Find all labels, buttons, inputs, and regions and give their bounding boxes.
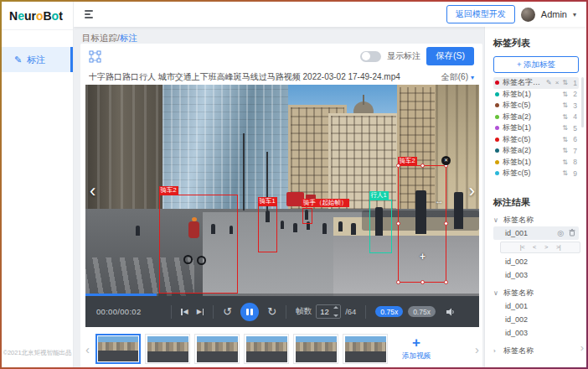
tag-color-dot (495, 81, 499, 85)
logo-letter: e (18, 9, 24, 23)
sort-icon[interactable]: ⇅ (562, 91, 568, 98)
speed-pill-active[interactable]: 0.75x (375, 306, 403, 317)
video-thumbnail[interactable] (293, 334, 338, 364)
logo-letter: ur (24, 9, 36, 23)
result-group-header[interactable]: ∨ 标签名称 (493, 288, 579, 299)
delete-box-icon[interactable]: ✕ (441, 156, 451, 165)
tag-row[interactable]: 标签c(5) ⇅ 9 (493, 168, 579, 179)
video-prev-chevron[interactable]: ‹ (90, 182, 95, 200)
bounding-box[interactable]: 骑车2 (159, 195, 238, 294)
pager-next-icon[interactable]: > (544, 243, 548, 251)
prev-frame-button[interactable]: ◀ (181, 308, 188, 315)
resize-handle[interactable] (444, 221, 448, 226)
tag-order: 1 (571, 79, 577, 87)
user-caret-down-icon[interactable]: ▾ (573, 11, 576, 18)
video-filter-dropdown[interactable]: 全部(6) ▾ (441, 71, 474, 83)
delete-tag-icon[interactable]: × (555, 79, 560, 86)
avatar[interactable] (521, 8, 535, 22)
sort-icon[interactable]: ⇅ (562, 169, 568, 177)
thumbs-prev-chevron[interactable]: ‹ (84, 342, 91, 356)
forward-10-icon[interactable]: ↻ (267, 305, 276, 318)
next-frame-button[interactable]: ▶ (197, 308, 204, 315)
panel-scroll-chevron[interactable]: › (580, 341, 584, 354)
tag-row[interactable]: 标签b(1) ⇅ 2 (493, 89, 579, 101)
resize-handle[interactable] (396, 221, 400, 226)
bounding-box[interactable] (302, 208, 312, 224)
divider (213, 305, 214, 319)
tag-row[interactable]: 标签c(5) ⇅ 3 (493, 100, 579, 112)
volume-icon[interactable] (446, 307, 456, 317)
speed-pill[interactable]: 0.75x (408, 306, 436, 317)
show-annotations-toggle[interactable] (360, 51, 381, 62)
sort-icon[interactable]: ⇅ (562, 101, 568, 109)
resize-handle[interactable] (396, 164, 400, 168)
sort-icon[interactable]: ⇅ (562, 124, 568, 132)
video-thumbnail[interactable] (343, 334, 388, 364)
tag-row[interactable]: 标签c(5) ⇅ 6 (493, 134, 579, 146)
stepper-down-icon[interactable] (333, 314, 338, 317)
bounding-box-active[interactable]: 骑车2 (398, 165, 446, 283)
user-name[interactable]: Admin (541, 9, 567, 19)
thumbs-next-chevron[interactable]: › (473, 342, 481, 356)
bounding-box[interactable]: 行人1 (369, 200, 392, 253)
video-next-chevron[interactable]: › (469, 182, 475, 200)
result-item[interactable]: id_003 (493, 268, 579, 282)
bbox-tool-icon[interactable] (89, 50, 101, 63)
video-thumbnail-selected[interactable] (95, 334, 141, 364)
pager-first-icon[interactable]: |< (520, 243, 524, 251)
edit-tag-icon[interactable]: ✎ (546, 79, 552, 86)
sort-icon[interactable]: ⇅ (562, 136, 568, 143)
video-thumbnail[interactable] (244, 334, 289, 364)
sort-icon[interactable]: ⇅ (562, 159, 568, 166)
logo-letter: t (59, 9, 63, 23)
tag-row[interactable]: 标签b(1) ⇅ 8 (493, 157, 579, 169)
scrollbar[interactable] (581, 77, 584, 127)
resize-handle[interactable] (396, 280, 400, 284)
tag-color-dot (495, 126, 499, 130)
result-group-name: 标签名称 (503, 288, 534, 299)
video-thumbnail[interactable] (194, 334, 240, 364)
collapse-menu-icon[interactable] (85, 10, 93, 18)
resize-handle[interactable] (420, 280, 425, 284)
result-item-selected[interactable]: id_001 ◎ (493, 226, 579, 240)
video-thumbnail[interactable] (145, 334, 190, 364)
result-item[interactable]: id_001 (493, 299, 579, 313)
pager-last-icon[interactable]: >| (556, 243, 560, 251)
sort-icon[interactable]: ⇅ (562, 79, 568, 86)
locate-icon[interactable]: ◎ (557, 229, 564, 237)
resize-handle[interactable] (420, 164, 425, 168)
video-progress-bar[interactable] (85, 294, 479, 297)
pause-button[interactable] (240, 303, 259, 321)
breadcrumb-parent[interactable]: 目标追踪 (82, 33, 117, 43)
sort-icon[interactable]: ⇅ (562, 147, 568, 154)
tag-row[interactable]: 标签a(2) ⇅ 4 (493, 112, 579, 123)
frame-number-input[interactable] (317, 307, 333, 316)
resize-handle[interactable] (444, 280, 448, 284)
add-tag-button[interactable]: + 添加标签 (493, 56, 579, 73)
sidebar-item-annotate[interactable]: ✎ 标注 (2, 47, 73, 72)
tag-row[interactable]: 标签a(2) ⇅ 7 (493, 145, 579, 157)
result-item[interactable]: id_002 (493, 255, 579, 268)
tag-row[interactable]: 标签b(1) ⇅ 5 (493, 122, 579, 134)
result-item[interactable]: id_002 (493, 313, 579, 326)
tag-color-dot (495, 171, 499, 175)
sort-icon[interactable]: ⇅ (562, 113, 568, 121)
trash-icon[interactable] (569, 229, 575, 236)
tag-order: 2 (571, 90, 577, 98)
frame-stepper[interactable] (333, 306, 338, 317)
add-video-button[interactable]: + 添加视频 (392, 332, 441, 366)
stepper-up-icon[interactable] (333, 306, 338, 309)
save-button[interactable]: 保存(S) (426, 47, 474, 65)
video-canvas[interactable]: 骑车2 骑车1 骑手（起始帧） 行人1 骑车2 ✕ ↔ (85, 85, 479, 296)
rewind-10-icon[interactable]: ↺ (223, 305, 232, 318)
bounding-box-label: 骑车1 (258, 197, 277, 205)
pager-prev-icon[interactable]: < (533, 243, 536, 251)
scene-pedestrian (293, 223, 297, 232)
scene-glass-building (162, 85, 288, 210)
bounding-box[interactable]: 骑车1 (258, 205, 277, 252)
result-item[interactable]: id_003 (493, 326, 579, 340)
result-group-header-collapsed[interactable]: › 标签名称 (493, 346, 579, 357)
result-group-header[interactable]: ∨ 标签名称 (493, 215, 579, 226)
back-to-model-dev-button[interactable]: 返回模型开发 (446, 5, 515, 23)
tag-row-selected[interactable]: 标签名字最长数... ✎ × ⇅ 1 (493, 77, 579, 89)
